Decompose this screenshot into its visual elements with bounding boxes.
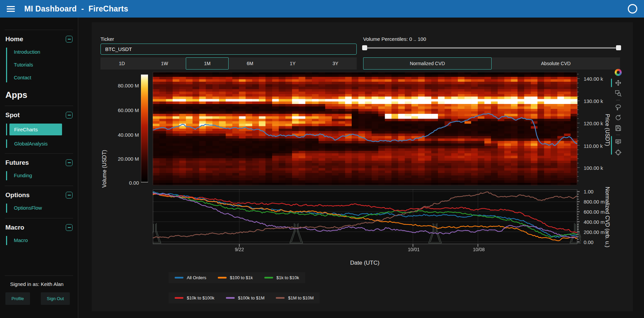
price-tick: 130.00 k: [584, 98, 603, 104]
legend-swatch: [264, 277, 273, 279]
profile-button[interactable]: Profile: [5, 292, 30, 305]
range-1m-button[interactable]: 1M: [186, 57, 229, 70]
toolbar-separator: [616, 100, 620, 100]
x-tick-922: 9/22: [235, 247, 244, 252]
menu-icon[interactable]: [7, 6, 15, 12]
colorbar-tick: 60.000 M: [100, 107, 139, 113]
legend-label: $100k to $1M: [238, 295, 265, 300]
legend-label: $1k to $10k: [276, 275, 299, 280]
ticker-input[interactable]: [100, 44, 357, 55]
legend-label: $10k to $100k: [187, 295, 214, 300]
lasso-select-tool-icon[interactable]: [614, 103, 622, 111]
legend-swatch: [218, 277, 227, 279]
sidebar-section-macro: Macro: [5, 224, 24, 231]
signed-in-text: Signed in as: Keith Alan: [10, 281, 72, 287]
cvd-tick: 1.00: [584, 189, 593, 194]
legend-swatch: [276, 297, 285, 299]
divider: [5, 30, 73, 30]
chart-toolbar: [614, 69, 622, 156]
range-1y-button[interactable]: 1Y: [271, 57, 314, 70]
legend-item: $10k to $100k: [175, 295, 214, 300]
legend-label: $100 to $1k: [230, 275, 253, 280]
divider: [5, 218, 73, 218]
volume-percentiles-slider[interactable]: [363, 47, 620, 49]
percentile-max-handle[interactable]: [616, 45, 621, 50]
x-tick-1008: 10/08: [473, 247, 485, 252]
legend-item: $100 to $1k: [218, 275, 253, 280]
app-title: MI Dashboard - FireCharts: [24, 4, 128, 14]
firecharts-panel: Ticker 1D 1W 1M 6M 1Y 3Y Volume Percenti…: [92, 22, 633, 311]
toolbar-separator: [616, 135, 620, 135]
legend-item: All Orders: [175, 275, 206, 280]
divider: [5, 275, 73, 276]
legend-swatch: [175, 297, 183, 299]
heatmap-canvas[interactable]: [153, 72, 581, 186]
sidebar-section-spot: Spot: [5, 111, 20, 119]
price-tick: 120.00 k: [584, 121, 603, 126]
crosshair-tool-icon[interactable]: [614, 149, 622, 156]
cvd-mode-selector: Normalized CVD Absolute CVD: [363, 57, 620, 70]
legend-item: $100k to $1M: [226, 295, 265, 300]
volume-colorbar: [141, 74, 148, 182]
sidebar-item-contact[interactable]: Contact: [14, 75, 72, 80]
legend-row-2: $10k to $100k $100k to $1M $1M to $10M: [169, 292, 320, 303]
price-tick: 110.00 k: [584, 143, 603, 149]
legend-swatch: [175, 277, 183, 279]
sidebar-item-introduction[interactable]: Introduction: [14, 49, 72, 55]
app-header: MI Dashboard - FireCharts: [0, 0, 644, 18]
legend-label: All Orders: [187, 275, 206, 280]
normalized-cvd-button[interactable]: Normalized CVD: [363, 57, 492, 70]
x-tick-1001: 10/01: [408, 247, 419, 252]
cvd-axis-title: Normalized CVD (arb. u.): [604, 187, 610, 247]
collapse-macro-button[interactable]: [66, 224, 72, 231]
x-axis-title: Date (UTC): [350, 260, 380, 266]
colorbar-tick: 0.00: [100, 180, 139, 186]
sidebar-section-options: Options: [5, 191, 30, 199]
price-tick: 140.00 k: [584, 76, 603, 82]
range-1w-button[interactable]: 1W: [143, 57, 186, 70]
absolute-cvd-button[interactable]: Absolute CVD: [492, 57, 620, 70]
sidebar-item-funding[interactable]: Funding: [14, 173, 72, 178]
main-content: Ticker 1D 1W 1M 6M 1Y 3Y Volume Percenti…: [78, 18, 644, 318]
collapse-spot-button[interactable]: [66, 112, 72, 118]
sidebar-section-home: Home: [5, 35, 23, 43]
collapse-futures-button[interactable]: [66, 159, 72, 166]
hover-tool-icon[interactable]: [614, 138, 622, 145]
range-3y-button[interactable]: 3Y: [314, 57, 357, 70]
sidebar-apps-heading: Apps: [5, 90, 72, 100]
sidebar-item-optionsflow[interactable]: OptionsFlow: [14, 205, 72, 211]
save-tool-icon[interactable]: [614, 124, 622, 132]
colorbar-tick: 80.000 M: [100, 83, 139, 88]
active-tool-indicator: [611, 136, 612, 155]
colorbar-tick: 40.000 M: [100, 132, 139, 138]
sidebar-item-tutorials[interactable]: Tutorials: [14, 62, 72, 68]
sign-out-button[interactable]: Sign Out: [41, 292, 70, 305]
percentile-min-handle[interactable]: [362, 45, 367, 50]
sidebar: Home Introduction Tutorials Contact Apps…: [0, 18, 78, 318]
range-1d-button[interactable]: 1D: [100, 57, 143, 70]
legend-item: $1k to $10k: [264, 275, 299, 280]
range-selector: 1D 1W 1M 6M 1Y 3Y: [100, 57, 357, 70]
status-indicator-icon: [628, 4, 637, 14]
range-6m-button[interactable]: 6M: [229, 57, 271, 70]
sidebar-section-futures: Futures: [5, 159, 29, 166]
colorbar-tick: 20.000 M: [100, 156, 139, 162]
collapse-options-button[interactable]: [66, 192, 72, 198]
cvd-tick: 0.00: [584, 239, 593, 245]
price-axis-title: Price (USDT): [604, 114, 610, 146]
collapse-home-button[interactable]: [66, 36, 72, 43]
cvd-tick: 200.00 m: [584, 229, 605, 235]
box-zoom-tool-icon[interactable]: [614, 89, 622, 97]
sidebar-item-globalanalysis[interactable]: GlobalAnalysis: [9, 139, 62, 148]
legend-row-1: All Orders $100 to $1k $1k to $10k: [169, 272, 305, 283]
sidebar-item-macro[interactable]: Macro: [14, 237, 72, 243]
legend-swatch: [226, 297, 235, 299]
cvd-canvas[interactable]: [153, 189, 581, 249]
active-tool-indicator: [611, 79, 612, 87]
reset-tool-icon[interactable]: [614, 114, 622, 121]
divider: [5, 153, 73, 154]
volume-percentiles-label: Volume Percentiles: 0 .. 100: [363, 36, 426, 42]
sidebar-item-firecharts[interactable]: FireCharts: [9, 124, 62, 135]
bokeh-logo-icon[interactable]: [615, 69, 622, 76]
pan-tool-icon[interactable]: [614, 79, 622, 86]
